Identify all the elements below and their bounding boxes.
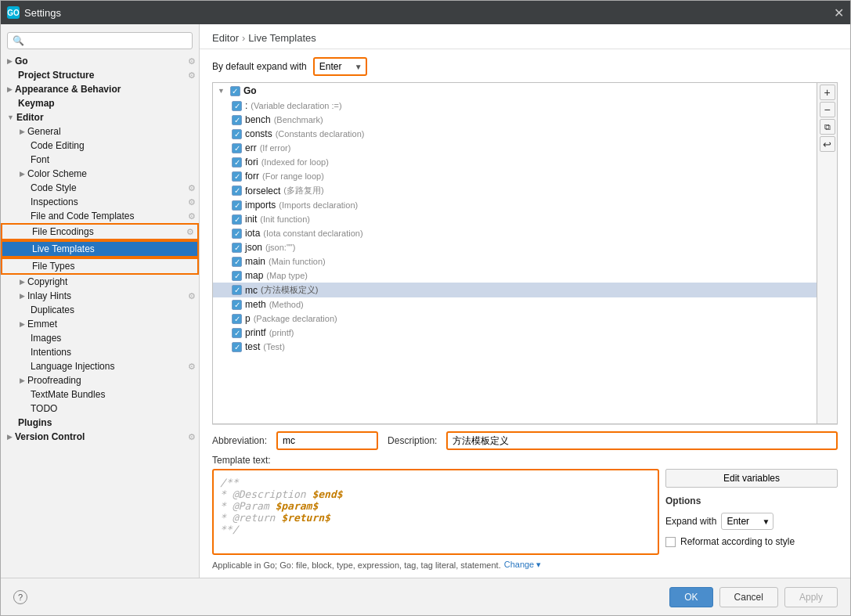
item-checkbox[interactable]: ✓ [232,129,242,139]
template-item[interactable]: ✓ main (Main function) [213,254,817,268]
item-checkbox[interactable]: ✓ [232,229,242,239]
sidebar-item-project-structure[interactable]: Project Structure ⚙ [1,68,199,82]
sidebar-item-code-editing[interactable]: Code Editing [1,139,199,153]
template-item[interactable]: ✓ json (json:"") [213,240,817,254]
sidebar-item-version-control[interactable]: ▶ Version Control ⚙ [1,430,199,444]
template-item[interactable]: ✓ err (If error) [213,141,817,155]
window-title: Settings [24,7,829,19]
template-item[interactable]: ✓ forselect (多路复用) [213,183,817,198]
item-desc: (Init function) [260,214,310,224]
description-input[interactable] [446,431,838,450]
sidebar-item-images[interactable]: Images [1,331,199,345]
sidebar-item-duplicates[interactable]: Duplicates [1,303,199,317]
template-group-go-header[interactable]: ▼ ✓ Go [213,83,817,99]
item-checkbox[interactable]: ✓ [232,214,242,225]
template-item[interactable]: ✓ : (Variable declaration :=) [213,99,817,113]
templates-tree[interactable]: ▼ ✓ Go ✓ : (Variable declaration :=) [212,82,817,424]
item-abbrev: bench [245,114,271,125]
expand-with-options-select[interactable]: Enter Tab Space [722,513,773,529]
sidebar-item-color-scheme[interactable]: ▶ Color Scheme [1,167,199,181]
sidebar-item-todo[interactable]: TODO [1,402,199,416]
reset-template-button[interactable]: ↩ [820,136,835,152]
item-checkbox[interactable]: ✓ [232,115,242,125]
template-text-label: Template text: [212,455,838,466]
sidebar-item-intentions[interactable]: Intentions [1,345,199,359]
sidebar-item-label: Color Scheme [27,168,87,179]
sidebar-item-inlay-hints[interactable]: ▶ Inlay Hints ⚙ [1,289,199,303]
item-checkbox[interactable]: ✓ [232,271,242,281]
item-checkbox[interactable]: ✓ [232,257,242,267]
template-item[interactable]: ✓ iota (Iota constant declaration) [213,226,817,240]
close-button[interactable]: ✕ [834,5,844,20]
applicable-row: Applicable in Go; Go: file, block, type,… [212,560,838,570]
template-item[interactable]: ✓ test (Test) [213,340,817,354]
expand-with-options-wrapper: Enter Tab Space ▼ [721,513,773,530]
cancel-button[interactable]: Cancel [719,587,778,607]
template-item[interactable]: ✓ meth (Method) [213,297,817,312]
template-item[interactable]: ✓ forr (For range loop) [213,169,817,183]
sidebar-item-label: Images [31,333,61,344]
item-checkbox[interactable]: ✓ [232,171,242,182]
item-checkbox[interactable]: ✓ [232,200,242,211]
sidebar-item-code-style[interactable]: Code Style ⚙ [1,181,199,195]
sidebar-item-language-injections[interactable]: Language Injections ⚙ [1,359,199,373]
sidebar-item-keymap[interactable]: Keymap [1,96,199,110]
item-checkbox[interactable]: ✓ [232,186,242,196]
sidebar-item-copyright[interactable]: ▶ Copyright [1,275,199,289]
template-text-area[interactable]: /** * @Description $end$ * @Param $param… [212,469,659,555]
template-item[interactable]: ✓ printf (printf) [213,326,817,340]
item-checkbox[interactable]: ✓ [232,101,242,111]
footer: ? OK Cancel Apply [1,578,850,615]
template-item[interactable]: ✓ map (Map type) [213,268,817,283]
sidebar-item-editor[interactable]: ▼ Editor [1,110,199,124]
sidebar-item-label: File Encodings [32,226,94,237]
copy-template-button[interactable]: ⧉ [820,119,835,135]
item-checkbox[interactable]: ✓ [232,300,242,310]
change-link[interactable]: Change ▾ [504,560,542,570]
sidebar-item-inspections[interactable]: Inspections ⚙ [1,195,199,209]
ok-button[interactable]: OK [669,587,712,607]
sidebar-item-file-types[interactable]: File Types [1,258,199,275]
template-item[interactable]: ✓ consts (Constants declaration) [213,127,817,141]
template-item[interactable]: ✓ p (Package declaration) [213,312,817,326]
expand-with-dropdown-wrapper: Enter Tab Space ▼ [313,57,367,76]
sidebar-item-live-templates[interactable]: Live Templates [1,240,199,258]
sidebar-item-appearance[interactable]: ▶ Appearance & Behavior [1,82,199,96]
reformat-checkbox[interactable] [665,537,676,547]
item-checkbox[interactable]: ✓ [232,285,242,295]
item-abbrev: imports [245,200,276,211]
item-checkbox[interactable]: ✓ [232,314,242,324]
sidebar-item-plugins[interactable]: Plugins [1,416,199,430]
item-checkbox[interactable]: ✓ [232,328,242,338]
sidebar-item-proofreading[interactable]: ▶ Proofreading [1,373,199,387]
sidebar-item-general[interactable]: ▶ General [1,124,199,139]
sidebar-item-label: Project Structure [18,70,94,81]
item-desc: (Iota constant declaration) [263,229,362,238]
remove-template-button[interactable]: − [820,102,835,117]
sidebar-item-textmate-bundles[interactable]: TextMate Bundles [1,387,199,402]
search-input[interactable] [27,35,187,46]
sidebar-item-emmet[interactable]: ▶ Emmet [1,317,199,331]
help-button[interactable]: ? [13,590,27,604]
sidebar-item-file-encodings[interactable]: File Encodings ⚙ [1,223,199,240]
abbreviation-input[interactable] [276,431,378,450]
item-checkbox[interactable]: ✓ [232,243,242,253]
sidebar-item-file-code-templates[interactable]: File and Code Templates ⚙ [1,209,199,223]
item-checkbox[interactable]: ✓ [232,342,242,352]
apply-button[interactable]: Apply [784,587,838,607]
template-item[interactable]: ✓ fori (Indexed for loop) [213,155,817,169]
item-checkbox[interactable]: ✓ [232,143,242,153]
template-item[interactable]: ✓ bench (Benchmark) [213,113,817,127]
template-item-mc[interactable]: ✓ mc (方法模板定义) [213,283,817,297]
group-checkbox[interactable]: ✓ [230,86,240,96]
item-checkbox[interactable]: ✓ [232,157,242,168]
search-box[interactable]: 🔍 [7,32,193,49]
expand-with-select[interactable]: Enter Tab Space [315,59,366,74]
item-abbrev: err [245,142,257,153]
add-template-button[interactable]: + [820,85,835,100]
sidebar-item-font[interactable]: Font [1,153,199,167]
edit-variables-button[interactable]: Edit variables [665,469,838,488]
template-item[interactable]: ✓ imports (Imports declaration) [213,198,817,212]
sidebar-item-go[interactable]: ▶ Go ⚙ [1,54,199,68]
template-item[interactable]: ✓ init (Init function) [213,212,817,226]
